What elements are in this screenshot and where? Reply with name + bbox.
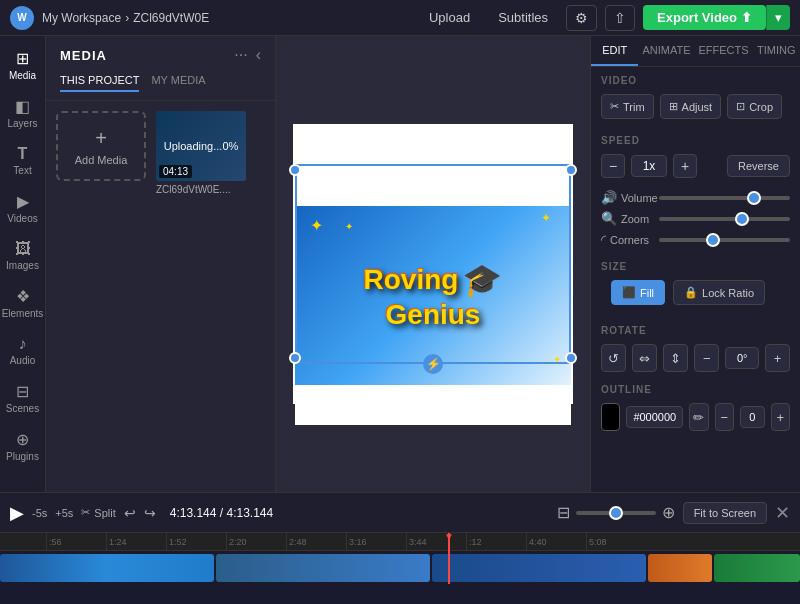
- media-duration: 04:13: [159, 165, 192, 178]
- split-button[interactable]: ✂ Split: [81, 506, 115, 519]
- sidebar-item-images[interactable]: 🖼 Images: [2, 233, 44, 278]
- subtitles-button[interactable]: Subtitles: [488, 6, 558, 29]
- handle-bottom-right[interactable]: [565, 352, 577, 364]
- timeline-zoom-slider[interactable]: [576, 511, 656, 515]
- canvas-top-bar: [295, 126, 571, 166]
- track-item-3[interactable]: [432, 554, 646, 582]
- adjust-icon: ⊞: [669, 100, 678, 113]
- fit-to-screen-button[interactable]: Fit to Screen: [683, 502, 767, 524]
- sidebar-item-text[interactable]: T Text: [2, 138, 44, 183]
- undo-button[interactable]: ↩: [124, 505, 136, 521]
- sidebar-item-media[interactable]: ⊞ Media: [2, 42, 44, 88]
- tick-3: 2:20: [226, 533, 286, 550]
- track-item-4[interactable]: [648, 554, 712, 582]
- tick-4: 2:48: [286, 533, 346, 550]
- flip-h-button[interactable]: ⇔: [632, 344, 657, 372]
- crop-button[interactable]: ⊡ Crop: [727, 94, 782, 119]
- center-action-icon[interactable]: ⚡: [423, 354, 443, 374]
- sidebar-item-scenes[interactable]: ⊟ Scenes: [2, 375, 44, 421]
- logo: W: [10, 6, 34, 30]
- outline-color-swatch[interactable]: [601, 403, 620, 431]
- tab-animate[interactable]: ANIMATE: [638, 36, 694, 66]
- track-item-5[interactable]: [714, 554, 800, 582]
- rotate-label: ROTATE: [601, 325, 790, 336]
- sidebar-label-images: Images: [6, 260, 39, 271]
- volume-row: 🔊 Volume: [591, 190, 800, 205]
- rotate-plus-button[interactable]: +: [765, 344, 790, 372]
- skip-forward-button[interactable]: +5s: [55, 507, 73, 519]
- sidebar-item-plugins[interactable]: ⊕ Plugins: [2, 423, 44, 469]
- canvas-area[interactable]: ✦ ✦ ✦ ✦ Roving 🎓 Genius ⚡: [276, 36, 590, 492]
- sidebar-item-elements[interactable]: ❖ Elements: [2, 280, 44, 326]
- volume-label: 🔊 Volume: [601, 190, 651, 205]
- flip-v-button[interactable]: ⇕: [663, 344, 688, 372]
- topbar: W My Workspace › ZCl69dVtW0E Upload Subt…: [0, 0, 800, 36]
- handle-bottom-left[interactable]: [289, 352, 301, 364]
- upload-button[interactable]: Upload: [419, 6, 480, 29]
- size-row: ⬛ Fill 🔒 Lock Ratio: [601, 280, 790, 313]
- tab-edit[interactable]: EDIT: [591, 36, 638, 66]
- rotate-row: ↺ ⇔ ⇕ − 0° +: [601, 344, 790, 372]
- zoom-label: 🔍 Zoom: [601, 211, 651, 226]
- settings-icon[interactable]: ⚙: [566, 5, 597, 31]
- media-panel: MEDIA ··· ‹ THIS PROJECT MY MEDIA + Add …: [46, 36, 276, 492]
- sidebar-item-videos[interactable]: ▶ Videos: [2, 185, 44, 231]
- speed-decrease[interactable]: −: [601, 154, 625, 178]
- fill-button[interactable]: ⬛ Fill: [611, 280, 665, 305]
- corners-row: ◜ Corners: [591, 232, 800, 247]
- images-icon: 🖼: [15, 240, 31, 258]
- tab-effects[interactable]: EFFECTS: [694, 36, 752, 66]
- trim-button[interactable]: ✂ Trim: [601, 94, 654, 119]
- zoom-out-button[interactable]: ⊟: [557, 503, 570, 522]
- track-item-2[interactable]: [216, 554, 430, 582]
- tab-timing[interactable]: TIMING: [753, 36, 800, 66]
- sidebar-item-audio[interactable]: ♪ Audio: [2, 328, 44, 373]
- add-media-button[interactable]: + Add Media: [56, 111, 146, 181]
- export-dropdown[interactable]: ▾: [766, 5, 790, 30]
- handle-top-right[interactable]: [565, 164, 577, 176]
- tab-this-project[interactable]: THIS PROJECT: [60, 74, 139, 92]
- fill-icon: ⬛: [622, 286, 636, 299]
- breadcrumb-separator: ›: [125, 11, 129, 25]
- track-item-1[interactable]: [0, 554, 214, 582]
- outline-section: OUTLINE #000000 ✏ − 0 +: [591, 380, 800, 439]
- rotate-minus-button[interactable]: −: [694, 344, 719, 372]
- redo-button[interactable]: ↪: [144, 505, 156, 521]
- zoom-in-button[interactable]: ⊕: [662, 503, 675, 522]
- sidebar-label-elements: Elements: [2, 308, 44, 319]
- play-button[interactable]: ▶: [10, 502, 24, 524]
- skip-back-button[interactable]: -5s: [32, 507, 47, 519]
- speed-increase[interactable]: +: [673, 154, 697, 178]
- sidebar-item-layers[interactable]: ◧ Layers: [2, 90, 44, 136]
- pen-button[interactable]: ✏: [689, 403, 708, 431]
- reverse-button[interactable]: Reverse: [727, 155, 790, 177]
- handle-top-left[interactable]: [289, 164, 301, 176]
- zoom-controls: ⊟ ⊕: [557, 503, 675, 522]
- lock-ratio-button[interactable]: 🔒 Lock Ratio: [673, 280, 765, 305]
- zoom-icon: 🔍: [601, 211, 617, 226]
- adjust-button[interactable]: ⊞ Adjust: [660, 94, 722, 119]
- trim-icon: ✂: [610, 100, 619, 113]
- media-thumbnail[interactable]: Uploading...0% 04:13: [156, 111, 246, 181]
- corners-slider[interactable]: [659, 238, 790, 242]
- tick-8: 4:40: [526, 533, 586, 550]
- rotate-ccw-button[interactable]: ↺: [601, 344, 626, 372]
- timeline-close-button[interactable]: ✕: [775, 502, 790, 524]
- volume-slider[interactable]: [659, 196, 790, 200]
- panel-close-button[interactable]: ‹: [256, 46, 261, 64]
- timeline: :56 1:24 1:52 2:20 2:48 3:16 3:44 :12 4:…: [0, 532, 800, 584]
- timeline-ruler: :56 1:24 1:52 2:20 2:48 3:16 3:44 :12 4:…: [0, 533, 800, 551]
- share-icon[interactable]: ⇧: [605, 5, 635, 31]
- export-button[interactable]: Export Video ⬆: [643, 5, 766, 30]
- outline-minus-button[interactable]: −: [715, 403, 734, 431]
- video-section: VIDEO ✂ Trim ⊞ Adjust ⊡ Crop: [591, 67, 800, 127]
- canvas-bottom-bar: [295, 385, 571, 425]
- more-options-button[interactable]: ···: [234, 46, 247, 64]
- timeline-track[interactable]: [0, 551, 800, 584]
- tab-my-media[interactable]: MY MEDIA: [151, 74, 205, 92]
- zoom-slider[interactable]: [659, 217, 790, 221]
- graduation-cap: 🎓: [462, 261, 502, 299]
- outline-plus-button[interactable]: +: [771, 403, 790, 431]
- genius-text: Genius: [386, 299, 481, 331]
- media-icon: ⊞: [16, 49, 29, 68]
